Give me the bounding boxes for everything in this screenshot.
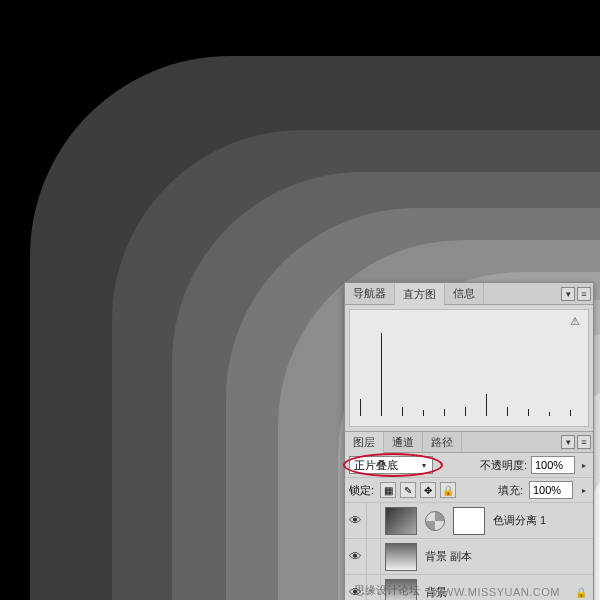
fill-label: 填充: xyxy=(498,483,523,498)
blend-mode-wrap: 正片叠底 ▾ xyxy=(349,456,433,474)
tab-info[interactable]: 信息 xyxy=(445,283,484,304)
link-col[interactable] xyxy=(367,503,381,538)
panel-minimize-icon[interactable]: ▾ xyxy=(561,435,575,449)
tab-layers[interactable]: 图层 xyxy=(345,432,384,453)
histogram-chart: ⚠ xyxy=(349,309,589,427)
bar xyxy=(381,333,382,416)
lock-all-icon[interactable]: 🔒 xyxy=(440,482,456,498)
tab-navigator[interactable]: 导航器 xyxy=(345,283,395,304)
bar xyxy=(549,412,550,416)
blend-opacity-row: 正片叠底 ▾ 不透明度: 100% ▸ xyxy=(345,453,593,478)
lock-label: 锁定: xyxy=(349,483,374,498)
opacity-input[interactable]: 100% xyxy=(531,456,575,474)
lock-position-icon[interactable]: ✥ xyxy=(420,482,436,498)
lock-transparent-icon[interactable]: ▦ xyxy=(380,482,396,498)
histogram-bars xyxy=(350,324,588,416)
lock-icon: 🔒 xyxy=(575,587,593,598)
bar xyxy=(402,407,403,416)
bar xyxy=(465,407,466,416)
bar xyxy=(570,410,571,416)
layer-thumbnail[interactable] xyxy=(385,543,417,571)
panel-minimize-icon[interactable]: ▾ xyxy=(561,287,575,301)
tab-channels[interactable]: 通道 xyxy=(384,432,423,453)
bar xyxy=(507,407,508,416)
chevron-right-icon[interactable]: ▸ xyxy=(579,486,589,495)
layer-name[interactable]: 色调分离 1 xyxy=(489,513,593,528)
watermark-url: WWW.MISSYUAN.COM xyxy=(432,586,560,598)
chevron-right-icon[interactable]: ▸ xyxy=(579,461,589,470)
tab-paths[interactable]: 路径 xyxy=(423,432,462,453)
panel-menu-icon[interactable]: ≡ xyxy=(577,287,591,301)
bar xyxy=(360,399,361,416)
layer-thumbnail[interactable] xyxy=(385,507,417,535)
layer-row[interactable]: 👁 色调分离 1 xyxy=(345,503,593,539)
info-panel-tabs: 导航器 直方图 信息 ▾ ≡ xyxy=(345,283,593,305)
visibility-eye-icon[interactable]: 👁 xyxy=(345,503,367,538)
blend-mode-select[interactable]: 正片叠底 xyxy=(349,456,433,474)
link-col[interactable] xyxy=(367,539,381,574)
bar xyxy=(528,409,529,416)
layer-name[interactable]: 背景 副本 xyxy=(421,549,593,564)
layers-panel-tabs: 图层 通道 路径 ▾ ≡ xyxy=(345,431,593,453)
lock-fill-row: 锁定: ▦ ✎ ✥ 🔒 填充: 100% ▸ xyxy=(345,478,593,503)
fill-input[interactable]: 100% xyxy=(529,481,573,499)
adjustment-icon xyxy=(425,511,445,531)
bar xyxy=(486,394,487,416)
lock-pixels-icon[interactable]: ✎ xyxy=(400,482,416,498)
bar xyxy=(444,409,445,416)
bar xyxy=(423,410,424,416)
tab-histogram[interactable]: 直方图 xyxy=(395,284,445,306)
opacity-label: 不透明度: xyxy=(480,458,527,473)
visibility-eye-icon[interactable]: 👁 xyxy=(345,539,367,574)
panel-menu-icon[interactable]: ≡ xyxy=(577,435,591,449)
panels-container: 导航器 直方图 信息 ▾ ≡ ⚠ 图层 通道 路径 ▾ ≡ xyxy=(344,282,594,600)
layer-row[interactable]: 👁 背景 副本 xyxy=(345,539,593,575)
mask-thumbnail[interactable] xyxy=(453,507,485,535)
watermark-forum: 思缘设计论坛 xyxy=(354,583,420,598)
